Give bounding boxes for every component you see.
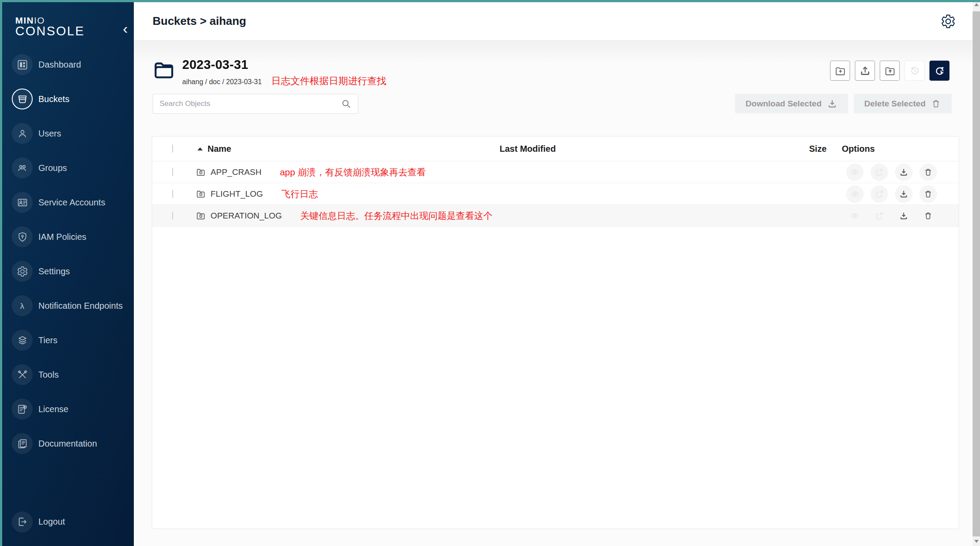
sidebar-item-buckets[interactable]: Buckets [2, 82, 134, 116]
download-icon[interactable] [895, 164, 912, 181]
folder-annotation: 日志文件根据日期进行查找 [271, 75, 386, 88]
objects-table: Name Last Modified Size Options APP_CRAS… [152, 136, 959, 529]
scrollbar-down-icon[interactable] [974, 540, 979, 543]
trash-icon [931, 99, 941, 109]
delete-selected-button[interactable]: Delete Selected [854, 94, 952, 113]
select-all-checkbox[interactable] [172, 144, 173, 153]
rewind-button[interactable] [905, 61, 925, 81]
license-icon [12, 399, 33, 420]
share-icon[interactable] [871, 207, 888, 225]
sidebar-item-iam-policies[interactable]: IAM Policies [2, 220, 134, 254]
settings-gear-icon [940, 14, 956, 29]
table-row: OPERATION_LOG 关键信息日志。任务流程中出现问题是查看这个 [152, 205, 959, 227]
refresh-button[interactable] [929, 61, 949, 81]
share-icon[interactable] [871, 185, 888, 203]
vertical-scrollbar[interactable] [973, 0, 980, 546]
logo-io: IO [34, 15, 45, 25]
download-icon[interactable] [895, 185, 912, 203]
logo-console: CONSOLE [15, 25, 134, 38]
upload-file-icon [859, 65, 871, 77]
row-options [842, 207, 959, 225]
sidebar-nav: Dashboard Buckets Users Groups Service A… [2, 48, 134, 461]
settings-icon [12, 261, 33, 282]
search-icon [340, 98, 352, 109]
scrollbar-thumb[interactable] [973, 11, 980, 536]
column-header-name: Name [208, 144, 231, 154]
table-row: APP_CRASH app 崩溃，有反馈崩溃现象再去查看 [152, 161, 959, 183]
sidebar-item-license[interactable]: License [2, 392, 134, 427]
preview-eye-icon[interactable] [846, 207, 864, 225]
upload-file-button[interactable] [855, 61, 875, 81]
sidebar-item-service-accounts[interactable]: Service Accounts [2, 185, 134, 220]
folder-title: 2023-03-31 [182, 58, 386, 72]
sidebar-item-groups[interactable]: Groups [2, 151, 134, 185]
object-link[interactable]: OPERATION_LOG 关键信息日志。任务流程中出现问题是查看这个 [180, 210, 500, 222]
upload-folder-icon [884, 65, 896, 77]
folder-icon [153, 58, 175, 81]
documentation-icon [12, 433, 33, 454]
minio-console-logo: MINIO CONSOLE [15, 16, 134, 38]
upload-folder-button[interactable] [880, 61, 900, 81]
search-box [153, 94, 358, 114]
breadcrumb: Buckets > aihang [153, 14, 246, 28]
object-link[interactable]: FLIGHT_LOG 飞行日志 [180, 188, 500, 200]
page-header: Buckets > aihang [134, 2, 973, 40]
row-checkbox[interactable] [172, 168, 173, 176]
sidebar-item-settings[interactable]: Settings [2, 254, 134, 289]
preview-eye-icon[interactable] [846, 185, 864, 203]
delete-icon[interactable] [919, 164, 937, 181]
sort-asc-icon[interactable] [197, 147, 203, 150]
preview-eye-icon[interactable] [846, 164, 864, 181]
top-accent-strip [0, 0, 980, 2]
sidebar-item-tools[interactable]: Tools [2, 358, 134, 392]
buckets-icon [12, 89, 33, 109]
sidebar-item-users[interactable]: Users [2, 116, 134, 151]
row-checkbox[interactable] [172, 190, 173, 198]
dashboard-icon [12, 54, 33, 75]
main-content: 2023-03-31 aihang / doc / 2023-03-31 日志文… [134, 40, 973, 546]
selection-actions: Download Selected Delete Selected [735, 94, 952, 113]
folder-path: aihang / doc / 2023-03-31 [182, 78, 262, 86]
sidebar-item-dashboard[interactable]: Dashboard [2, 48, 134, 82]
tools-icon [12, 364, 33, 385]
tiers-icon [12, 330, 33, 351]
svg-text:λ: λ [20, 301, 24, 311]
row-checkbox[interactable] [172, 212, 173, 220]
header-settings-button[interactable] [939, 13, 957, 30]
service-accounts-icon [12, 192, 33, 213]
delete-icon[interactable] [919, 185, 937, 203]
iam-policies-icon [12, 226, 33, 247]
sidebar-item-tiers[interactable]: Tiers [2, 323, 134, 358]
table-header-row: Name Last Modified Size Options [152, 136, 959, 161]
logout-icon [12, 512, 33, 532]
prefix-folder-icon [196, 189, 206, 199]
column-header-options: Options [842, 144, 875, 154]
row-options [842, 164, 959, 181]
sidebar-item-notification-endpoints[interactable]: λ Notification Endpoints [2, 289, 134, 323]
sidebar-item-logout[interactable]: Logout [2, 505, 134, 539]
row-options [842, 185, 959, 203]
prefix-folder-icon [196, 211, 206, 221]
current-folder-header: 2023-03-31 aihang / doc / 2023-03-31 日志文… [153, 58, 386, 88]
sidebar: MINIO CONSOLE ‹ Dashboard Buckets Users … [0, 0, 134, 546]
scrollbar-up-icon[interactable] [974, 3, 979, 6]
sidebar-item-documentation[interactable]: Documentation [2, 427, 134, 461]
row-annotation: 关键信息日志。任务流程中出现问题是查看这个 [300, 210, 493, 222]
delete-icon[interactable] [919, 207, 937, 225]
download-selected-button[interactable]: Download Selected [735, 94, 847, 113]
search-input[interactable] [153, 99, 340, 108]
table-row: FLIGHT_LOG 飞行日志 [152, 183, 959, 205]
new-path-icon [834, 65, 846, 77]
column-header-last-modified: Last Modified [500, 144, 556, 154]
users-icon [12, 123, 33, 144]
rewind-icon [909, 65, 921, 77]
share-icon[interactable] [871, 164, 888, 181]
chevron-left-icon: ‹ [123, 20, 128, 37]
new-path-button[interactable] [830, 61, 850, 81]
row-annotation: 飞行日志 [281, 188, 318, 200]
download-icon[interactable] [895, 207, 912, 225]
sidebar-collapse-button[interactable]: ‹ [123, 21, 128, 36]
refresh-icon [934, 65, 946, 77]
groups-icon [12, 157, 33, 178]
object-link[interactable]: APP_CRASH app 崩溃，有反馈崩溃现象再去查看 [180, 166, 500, 178]
